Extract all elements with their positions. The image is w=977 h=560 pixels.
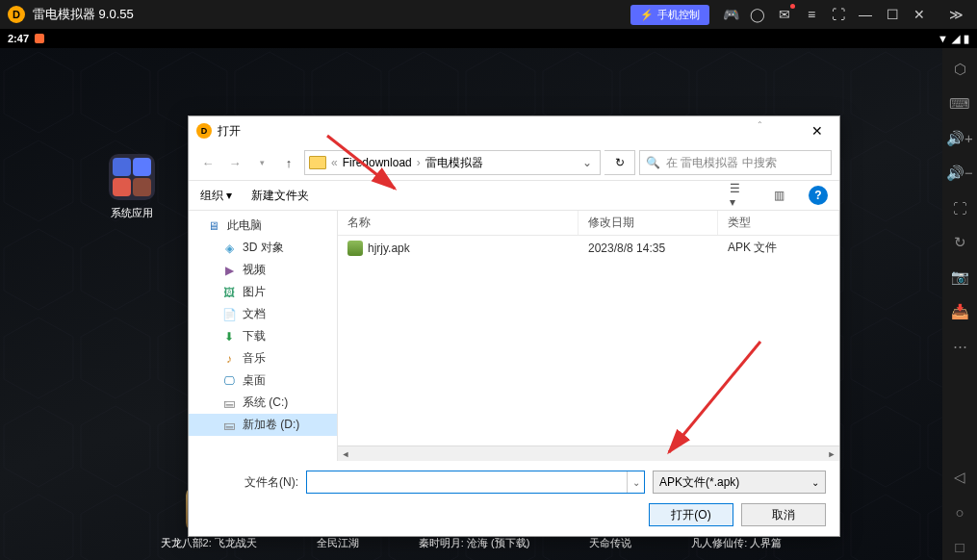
- tree-item-documents[interactable]: 📄文档: [189, 303, 337, 325]
- tool-more-icon[interactable]: ⋯: [946, 333, 973, 360]
- dialog-nav-bar: ← → ▾ ↑ « Firedownload › 雷电模拟器 ⌄ ↻ 🔍 在 雷…: [189, 145, 839, 180]
- filename-input[interactable]: [307, 471, 627, 493]
- filename-dropdown-button[interactable]: ⌄: [627, 471, 644, 493]
- chevron-down-icon: ⌄: [811, 477, 819, 488]
- nav-up-button[interactable]: ↑: [277, 151, 300, 174]
- user-icon[interactable]: ◯: [744, 1, 771, 28]
- drive-icon: 🖴: [221, 395, 237, 411]
- scroll-left-button[interactable]: ◄: [338, 446, 353, 462]
- dialog-footer: 文件名(N): ⌄ APK文件(*.apk) ⌄ 打开(O) 取消: [189, 461, 839, 536]
- maximize-button[interactable]: ☐: [879, 1, 906, 28]
- tree-item-drive-c[interactable]: 🖴系统 (C:): [189, 392, 337, 414]
- dock-item-label: 秦时明月: 沧海 (预下载): [419, 536, 530, 550]
- dialog-logo-icon: D: [196, 123, 212, 139]
- wifi-icon: ▼: [938, 33, 948, 44]
- filter-label: APK文件(*.apk): [659, 474, 739, 491]
- breadcrumb-part[interactable]: Firedownload: [343, 156, 412, 169]
- cancel-button[interactable]: 取消: [741, 503, 826, 526]
- nav-home-icon[interactable]: ○: [946, 498, 973, 525]
- music-icon: ♪: [221, 351, 237, 367]
- preview-pane-button[interactable]: ▥: [768, 185, 789, 206]
- tree-item-pictures[interactable]: 🖼图片: [189, 281, 337, 303]
- new-folder-button[interactable]: 新建文件夹: [251, 188, 309, 204]
- column-type[interactable]: 类型: [718, 211, 839, 235]
- file-row[interactable]: hjrjy.apk 2023/8/8 14:35 APK 文件: [338, 236, 839, 260]
- minimize-button[interactable]: —: [852, 1, 879, 28]
- folder-tree: 🖥此电脑 ◈3D 对象 ▶视频 🖼图片 📄文档 ⬇下载 ♪音乐 🖵桌面 🖴系统 …: [189, 211, 338, 461]
- nav-back-icon[interactable]: ◁: [946, 464, 973, 491]
- tool-volume-up-icon[interactable]: 🔊+: [946, 125, 973, 152]
- tree-item-desktop[interactable]: 🖵桌面: [189, 369, 337, 392]
- notification-dot: [790, 4, 795, 9]
- tool-fullscreen-icon[interactable]: ⛶: [946, 194, 973, 221]
- pc-icon: 🖥: [206, 218, 221, 234]
- object-icon: ◈: [221, 241, 237, 256]
- search-input[interactable]: 🔍 在 雷电模拟器 中搜索: [639, 150, 832, 175]
- close-button[interactable]: ✕: [906, 1, 933, 28]
- refresh-button[interactable]: ↻: [604, 150, 635, 175]
- system-apps-folder[interactable]: 系统应用: [109, 154, 155, 220]
- picture-icon: 🖼: [221, 285, 237, 300]
- android-statusbar: 2:47 ▼ ◢ ▮: [0, 29, 977, 48]
- emulator-desktop[interactable]: 系统应用 天龙八部2: 飞龙战天 全民江湖 秦时明月: 沧海 (预下载) 天命传…: [0, 48, 942, 560]
- tree-label: 3D 对象: [243, 240, 284, 256]
- dialog-close-button[interactable]: ✕: [803, 119, 832, 142]
- nav-recents-icon[interactable]: □: [946, 533, 973, 560]
- nav-dropdown-button[interactable]: ▾: [250, 151, 273, 174]
- tree-label: 系统 (C:): [243, 395, 288, 411]
- dock-item-label: 天命传说: [587, 536, 633, 550]
- collapse-sidebar-icon[interactable]: ≫: [942, 1, 969, 28]
- file-list-headers: 名称⌃ 修改日期 类型: [338, 211, 839, 236]
- organize-button[interactable]: 组织 ▾: [200, 188, 232, 204]
- tree-label: 此电脑: [227, 217, 262, 234]
- dock-item-label: 全民江湖: [315, 536, 361, 550]
- open-button[interactable]: 打开(O): [649, 503, 733, 526]
- tree-item-music[interactable]: ♪音乐: [189, 347, 337, 369]
- fullscreen-icon[interactable]: ⛶: [825, 1, 852, 28]
- tool-rotate-icon[interactable]: ↻: [946, 229, 973, 256]
- breadcrumb-dropdown-icon[interactable]: ⌄: [578, 156, 596, 169]
- tool-keyboard-icon[interactable]: ⌨: [946, 90, 973, 117]
- column-name[interactable]: 名称⌃: [338, 211, 578, 235]
- file-date: 2023/8/8 14:35: [578, 242, 718, 255]
- bolt-icon: ⚡: [640, 9, 654, 21]
- tool-install-icon[interactable]: 📥: [946, 298, 973, 325]
- breadcrumb-sep: «: [328, 156, 341, 169]
- tool-screenshot-icon[interactable]: 📷: [946, 264, 973, 291]
- apk-file-icon: [347, 241, 363, 256]
- nav-back-button[interactable]: ←: [196, 151, 219, 174]
- breadcrumb[interactable]: « Firedownload › 雷电模拟器 ⌄: [304, 150, 601, 175]
- app-title: 雷电模拟器 9.0.55: [33, 6, 134, 23]
- tree-item-downloads[interactable]: ⬇下载: [189, 325, 337, 347]
- emulator-side-toolbar: ⬡ ⌨ 🔊+ 🔊− ⛶ ↻ 📷 📥 ⋯ ◁ ○ □: [942, 48, 977, 560]
- gamepad-icon[interactable]: 🎮: [717, 1, 744, 28]
- file-list[interactable]: hjrjy.apk 2023/8/8 14:35 APK 文件: [338, 236, 839, 445]
- status-indicator-icon: [35, 34, 44, 43]
- filename-input-wrap: ⌄: [306, 471, 645, 494]
- tree-item-video[interactable]: ▶视频: [189, 259, 337, 281]
- folder-icon: [309, 156, 326, 169]
- breadcrumb-part[interactable]: 雷电模拟器: [425, 155, 483, 171]
- dialog-toolbar: 组织 ▾ 新建文件夹 ☰ ▾ ▥ ?: [189, 180, 839, 211]
- tool-volume-down-icon[interactable]: 🔊−: [946, 160, 973, 187]
- signal-icon: ◢: [952, 33, 960, 45]
- help-button[interactable]: ?: [809, 186, 828, 205]
- status-time: 2:47: [8, 33, 29, 44]
- scroll-right-button[interactable]: ►: [824, 446, 839, 462]
- horizontal-scrollbar[interactable]: ◄ ►: [338, 445, 839, 461]
- drive-icon: 🖴: [221, 418, 237, 433]
- tree-item-drive-d[interactable]: 🖴新加卷 (D:): [189, 414, 337, 436]
- tree-item-3d[interactable]: ◈3D 对象: [189, 237, 337, 259]
- filename-label: 文件名(N):: [202, 474, 298, 491]
- tree-label: 新加卷 (D:): [243, 417, 299, 433]
- column-date[interactable]: 修改日期: [578, 211, 718, 235]
- phone-control-button[interactable]: ⚡ 手机控制: [630, 5, 709, 25]
- dialog-titlebar: D 打开 ✕: [189, 116, 839, 145]
- system-apps-label: 系统应用: [109, 206, 155, 220]
- file-type-filter[interactable]: APK文件(*.apk) ⌄: [653, 471, 826, 494]
- nav-forward-button[interactable]: →: [223, 151, 246, 174]
- view-mode-button[interactable]: ☰ ▾: [728, 185, 749, 206]
- tree-item-pc[interactable]: 🖥此电脑: [189, 215, 337, 237]
- menu-icon[interactable]: ≡: [798, 1, 825, 28]
- tool-settings-icon[interactable]: ⬡: [946, 56, 973, 83]
